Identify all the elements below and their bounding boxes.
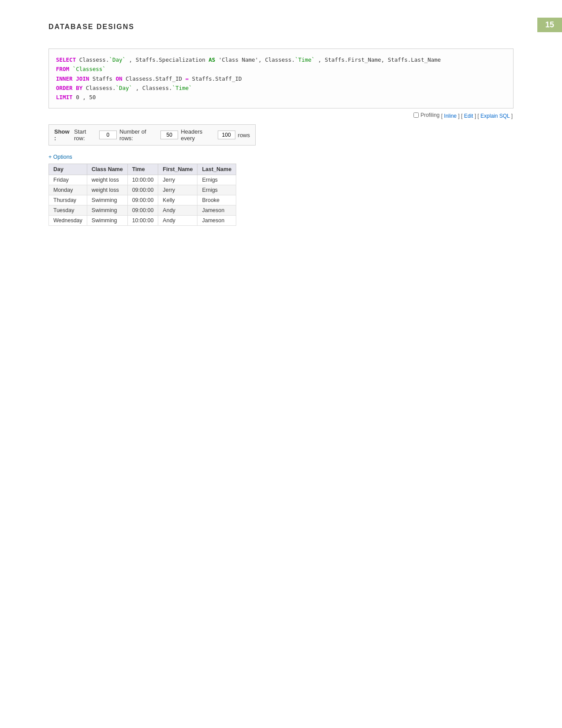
table-row: ThursdaySwimming09:00:00KellyBrooke bbox=[49, 195, 236, 205]
number-of-rows-input[interactable] bbox=[160, 131, 178, 139]
table-cell: Swimming bbox=[87, 216, 127, 226]
table-cell: Jameson bbox=[197, 205, 236, 216]
number-of-rows-label: Number of rows: bbox=[119, 128, 158, 142]
rows-label: rows bbox=[238, 132, 250, 138]
col-header-first-name: First_Name bbox=[158, 164, 197, 175]
table-cell: Thursday bbox=[49, 195, 87, 205]
table-cell: Swimming bbox=[87, 205, 127, 216]
content-area: SELECT Classess.`Day` , Staffs.Specializ… bbox=[48, 49, 514, 226]
table-row: WednesdaySwimming10:00:00AndyJameson bbox=[49, 216, 236, 226]
table-cell: Ernigs bbox=[197, 175, 236, 185]
sql-line-1: SELECT Classess.`Day` , Staffs.Specializ… bbox=[56, 55, 506, 64]
keyword-equals: = bbox=[186, 75, 189, 82]
table-cell: 09:00:00 bbox=[127, 195, 158, 205]
table-cell: Andy bbox=[158, 205, 197, 216]
sql-line-3: INNER JOIN Staffs ON Classess.Staff_ID =… bbox=[56, 74, 506, 83]
table-cell: Jerry bbox=[158, 185, 197, 195]
sql-line-4: ORDER BY Classess.`Day` , Classess.`Time… bbox=[56, 83, 506, 93]
table-cell: 10:00:00 bbox=[127, 175, 158, 185]
col-header-class-name: Class Name bbox=[87, 164, 127, 175]
page-title: DATABASE DESIGNS bbox=[48, 23, 134, 31]
profiling-checkbox-label[interactable]: Profiling bbox=[413, 112, 439, 118]
sql-line-2: FROM `Classess` bbox=[56, 64, 506, 74]
col-header-time: Time bbox=[127, 164, 158, 175]
table-row: Mondayweight loss09:00:00JerryErnigs bbox=[49, 185, 236, 195]
table-cell: Andy bbox=[158, 216, 197, 226]
table-cell: Swimming bbox=[87, 195, 127, 205]
keyword-order-by: ORDER BY bbox=[56, 85, 82, 91]
keyword-on: ON bbox=[115, 75, 122, 82]
sql-line-5: LIMIT 0 , 50 bbox=[56, 93, 506, 102]
col-header-day: Day bbox=[49, 164, 87, 175]
show-controls: Show : Start row: Number of rows: Header… bbox=[48, 124, 256, 146]
profiling-explain-link[interactable]: Explain SQL bbox=[480, 113, 510, 119]
keyword-as: AS bbox=[208, 56, 215, 63]
profiling-label: Profiling bbox=[421, 112, 439, 118]
keyword-limit: LIMIT bbox=[56, 94, 73, 101]
table-cell: Wednesday bbox=[49, 216, 87, 226]
results-table: Day Class Name Time First_Name Last_Name… bbox=[48, 164, 236, 226]
profiling-checkbox[interactable] bbox=[413, 112, 419, 118]
start-row-label: Start row: bbox=[74, 128, 97, 142]
table-cell: 09:00:00 bbox=[127, 205, 158, 216]
table-cell: Brooke bbox=[197, 195, 236, 205]
table-cell: Friday bbox=[49, 175, 87, 185]
show-label: Show : bbox=[54, 128, 71, 142]
options-link[interactable]: + Options bbox=[48, 154, 72, 160]
headers-every-input[interactable] bbox=[218, 131, 235, 139]
table-row: TuesdaySwimming09:00:00AndyJameson bbox=[49, 205, 236, 216]
table-row: Fridayweight loss10:00:00JerryErnigs bbox=[49, 175, 236, 185]
sql-code-block: SELECT Classess.`Day` , Staffs.Specializ… bbox=[48, 49, 514, 108]
table-cell: Kelly bbox=[158, 195, 197, 205]
table-header-row: Day Class Name Time First_Name Last_Name bbox=[49, 164, 236, 175]
table-cell: Jerry bbox=[158, 175, 197, 185]
headers-every-label: Headers every bbox=[181, 128, 215, 142]
table-cell: 10:00:00 bbox=[127, 216, 158, 226]
keyword-inner-join: INNER JOIN bbox=[56, 75, 89, 82]
page-number: 15 bbox=[537, 18, 562, 32]
keyword-select: SELECT bbox=[56, 56, 76, 63]
table-cell: Monday bbox=[49, 185, 87, 195]
table-cell: Tuesday bbox=[49, 205, 87, 216]
start-row-input[interactable] bbox=[99, 131, 117, 139]
profiling-inline-link[interactable]: Inline bbox=[444, 113, 457, 119]
table-cell: Ernigs bbox=[197, 185, 236, 195]
table-cell: weight loss bbox=[87, 175, 127, 185]
col-header-last-name: Last_Name bbox=[197, 164, 236, 175]
keyword-from: FROM bbox=[56, 66, 69, 72]
table-cell: Jameson bbox=[197, 216, 236, 226]
table-cell: 09:00:00 bbox=[127, 185, 158, 195]
profiling-edit-link[interactable]: Edit bbox=[464, 113, 473, 119]
table-cell: weight loss bbox=[87, 185, 127, 195]
profiling-row: Profiling [ Inline ] [ Edit ] [ Explain … bbox=[48, 112, 514, 119]
